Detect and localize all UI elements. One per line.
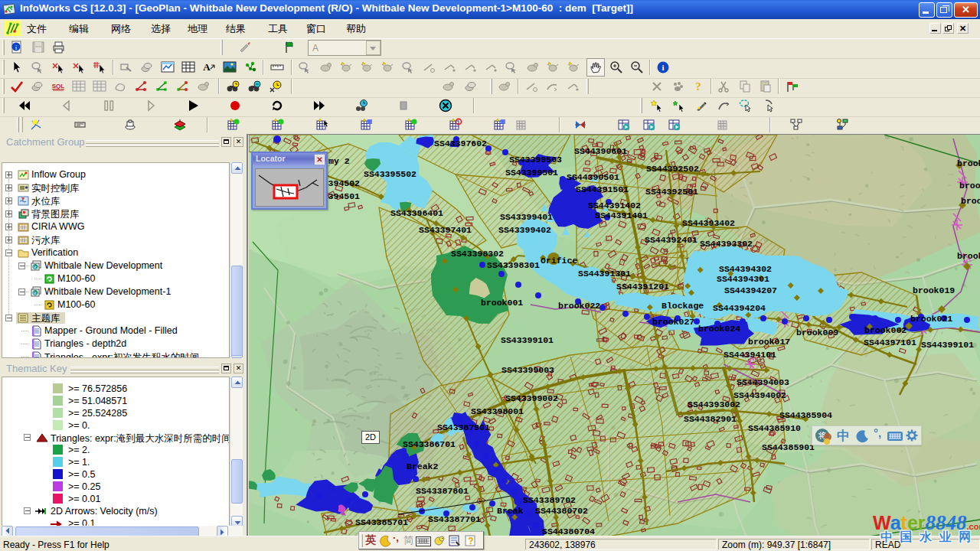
svg-text:Break: Break <box>497 506 524 516</box>
svg-text:brook019: brook019 <box>913 285 955 295</box>
svg-text:SS44390501: SS44390501 <box>567 172 619 182</box>
svg-text:SS44394204: SS44394204 <box>713 303 766 313</box>
svg-text:brook027: brook027 <box>652 317 694 327</box>
svg-text:SS44392401: SS44392401 <box>645 235 697 245</box>
svg-text:SS43397401: SS43397401 <box>419 225 472 235</box>
svg-text:SS43396401: SS43396401 <box>390 208 443 218</box>
svg-text:SS44394101: SS44394101 <box>724 350 776 360</box>
svg-text:SQL: SQL <box>52 83 65 90</box>
svg-text:my 2: my 2 <box>328 156 350 166</box>
svg-text:SS43398302: SS43398302 <box>451 249 504 259</box>
svg-text:brook002: brook002 <box>864 325 906 335</box>
svg-text:SS44392501: SS44392501 <box>645 187 698 197</box>
svg-text:SS44380702: SS44380702 <box>535 506 588 516</box>
svg-text:SS44382901: SS44382901 <box>684 414 737 424</box>
svg-text:brook017: brook017 <box>748 337 790 347</box>
svg-text:SS44391402: SS44391402 <box>588 201 641 210</box>
svg-text:SS44391201: SS44391201 <box>616 282 669 292</box>
svg-text:SS43399003: SS43399003 <box>501 365 554 375</box>
svg-text:SS43399402: SS43399402 <box>498 225 551 235</box>
svg-text:SS44391501: SS44391501 <box>576 184 629 194</box>
svg-text:SS44391301: SS44391301 <box>578 269 631 279</box>
svg-text:SS44380704: SS44380704 <box>542 527 595 536</box>
svg-text:brook021: brook021 <box>910 314 952 324</box>
svg-text:SS44394002: SS44394002 <box>733 390 786 400</box>
svg-text:SS43398001: SS43398001 <box>471 406 524 416</box>
svg-text:SS44394302: SS44394302 <box>719 264 772 274</box>
svg-text:Blockage: Blockage <box>662 301 704 311</box>
svg-text:SS44394003: SS44394003 <box>737 377 789 387</box>
svg-text:SS43399501: SS43399501 <box>505 168 558 178</box>
svg-text:SS44394301: SS44394301 <box>717 274 769 284</box>
svg-text:SS44392502: SS44392502 <box>646 164 699 174</box>
svg-text:SS44385904: SS44385904 <box>779 410 832 420</box>
svg-text:brook001: brook001 <box>481 298 523 308</box>
svg-text:SS44393402: SS44393402 <box>682 218 735 228</box>
svg-text:SS44393002: SS44393002 <box>688 399 740 409</box>
svg-text:SS43399503: SS43399503 <box>509 155 562 165</box>
svg-text:SS43399002: SS43399002 <box>505 393 558 403</box>
svg-text:brook015: brook015 <box>957 158 980 168</box>
svg-text:SS43399401: SS43399401 <box>500 212 553 222</box>
svg-text:Break2: Break2 <box>407 461 439 471</box>
svg-text:SS43387801: SS43387801 <box>416 486 469 496</box>
svg-text:SS44393302: SS44393302 <box>700 239 753 249</box>
svg-text:SS43387901: SS43387901 <box>437 422 490 432</box>
svg-text:brook009: brook009 <box>796 328 838 337</box>
svg-text:SS44390601: SS44390601 <box>574 146 627 156</box>
svg-text:SS43386701: SS43386701 <box>403 439 456 449</box>
svg-text:SS43395502: SS43395502 <box>364 169 416 179</box>
svg-text:SS44399101: SS44399101 <box>921 340 974 350</box>
svg-text:brook014: brook014 <box>959 181 980 191</box>
svg-text:brook012: brook012 <box>957 251 980 261</box>
svg-text:SS43399101: SS43399101 <box>501 335 554 345</box>
svg-text:SS43385701: SS43385701 <box>355 517 408 527</box>
svg-text:SS44394207: SS44394207 <box>724 285 777 295</box>
svg-text:SS43397602: SS43397602 <box>434 139 487 148</box>
svg-text:i: i <box>662 63 664 72</box>
svg-text:A: A <box>203 61 211 73</box>
svg-text:SS44397101: SS44397101 <box>864 337 916 347</box>
svg-text:brook022: brook022 <box>558 301 600 311</box>
svg-text:broo13: broo13 <box>961 196 980 206</box>
svg-text:Orifice: Orifice <box>541 256 577 266</box>
svg-text:?: ? <box>468 536 473 546</box>
svg-text:SS44385910: SS44385910 <box>748 423 801 433</box>
svg-text:SS43389702: SS43389702 <box>523 495 576 505</box>
svg-text:SS43387701: SS43387701 <box>428 514 481 524</box>
svg-text:brook024: brook024 <box>698 324 740 334</box>
svg-text:?: ? <box>695 80 701 93</box>
svg-text:SS44391401: SS44391401 <box>595 210 648 220</box>
svg-text:SS43398301: SS43398301 <box>487 260 540 270</box>
svg-text:SS44385901: SS44385901 <box>762 442 815 452</box>
